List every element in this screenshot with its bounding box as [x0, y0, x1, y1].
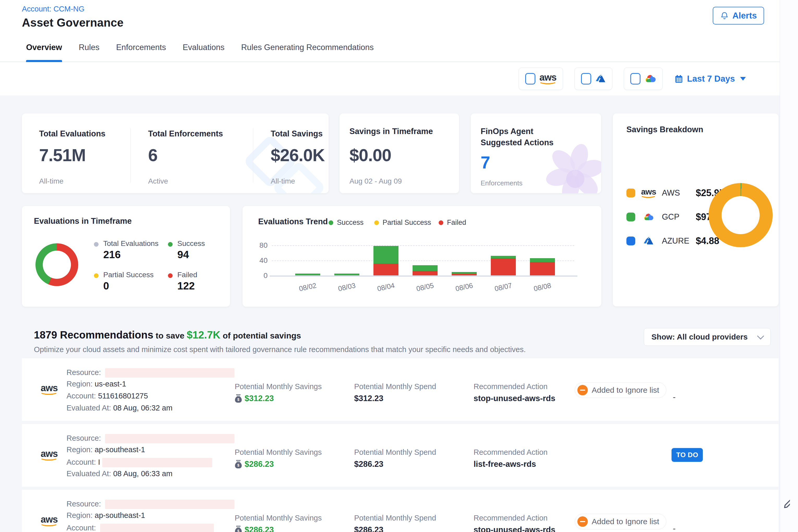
column-label: Potential Monthly Savings — [235, 448, 322, 457]
legend-value: 216 — [103, 249, 121, 261]
legend-color-chip — [626, 212, 635, 222]
legend-label: Success — [177, 240, 205, 248]
stat-sublabel: Active — [148, 177, 168, 185]
x-axis-label: 08/07 — [484, 280, 522, 295]
failed-segment — [413, 271, 438, 276]
stat-title: Total Evaluations — [39, 129, 106, 138]
detail-label: Resource: — [66, 434, 103, 442]
success-segment — [374, 246, 398, 264]
tab-bar: OverviewRulesEnforcementsEvaluationsRule… — [0, 33, 798, 62]
svg-text:$: $ — [237, 397, 240, 402]
savings-amount: $312.23 — [245, 394, 274, 403]
legend-color-chip — [626, 189, 635, 197]
column-label: Potential Monthly Spend — [354, 448, 436, 457]
tab-rules-generating-recommendations[interactable]: Rules Generating Recommendations — [241, 33, 374, 61]
card-title: Savings in Timeframe — [349, 126, 454, 137]
tab-rules[interactable]: Rules — [79, 33, 99, 61]
checkbox-aws[interactable] — [525, 73, 535, 84]
x-axis-label: 08/04 — [367, 280, 404, 295]
azure-icon — [595, 74, 606, 83]
card-title: FinOps Agent Suggested Actions — [481, 126, 567, 148]
filter-label: Show: All cloud providers — [651, 332, 748, 341]
svg-text:$: $ — [237, 463, 240, 467]
tab-enforcements[interactable]: Enforcements — [116, 33, 166, 61]
legend-label: Failed — [177, 271, 197, 279]
detail-label: Region: — [66, 511, 95, 519]
failed-segment — [452, 274, 477, 276]
recommendation-row: awsResource: Region: ap-southeast-1Accou… — [22, 490, 778, 532]
added-to-ignore-badge[interactable]: Added to Ignore list — [575, 382, 666, 398]
x-axis-line — [270, 276, 577, 277]
svg-text:$: $ — [237, 529, 240, 532]
evaluations-timeframe-donut — [36, 243, 78, 286]
card-title: Evaluations Trend — [258, 217, 328, 226]
detail-label: Region: — [66, 380, 95, 388]
legend-value: 94 — [177, 249, 189, 261]
page-title: Asset Governance — [22, 16, 124, 29]
detail-label: Evaluated At: — [66, 404, 113, 412]
gridline — [272, 261, 574, 261]
aws-icon: aws — [641, 188, 656, 198]
checkbox-gcp[interactable] — [630, 73, 641, 84]
detail-value: ap-southeast-1 — [95, 511, 145, 519]
account-link[interactable]: Account: CCM-NG — [22, 5, 84, 13]
savings-value: $$286.23 — [235, 459, 274, 469]
badge-label: Added to Ignore list — [592, 517, 659, 526]
alerts-button[interactable]: Alerts — [713, 7, 764, 24]
provider-logo — [641, 213, 656, 221]
spend-value: $286.23 — [354, 525, 383, 532]
detail-label: Resource: — [66, 500, 103, 508]
stat-title: Total Enforcements — [148, 129, 223, 138]
column-label: Recommended Action — [474, 514, 548, 522]
stat-value: 7 — [481, 153, 490, 172]
chevron-down-icon — [757, 332, 764, 340]
provider-filter-azure[interactable] — [574, 68, 612, 90]
todo-badge[interactable]: TO DO — [671, 448, 703, 462]
detail-value: 511616801275 — [98, 392, 148, 400]
savings-value: $$286.23 — [235, 525, 274, 532]
breakdown-legend-item-azure: AZURE$4.88 — [626, 235, 719, 247]
success-segment — [413, 265, 438, 271]
provider-filter-aws[interactable]: aws — [519, 68, 563, 90]
tab-overview[interactable]: Overview — [26, 33, 62, 61]
success-segment — [491, 256, 516, 259]
x-axis-label: 08/03 — [328, 280, 365, 295]
column-label: Recommended Action — [474, 448, 548, 457]
column-label: Potential Monthly Savings — [235, 514, 322, 522]
stat-value: 7.51M — [39, 145, 86, 165]
money-bag-icon: $ — [235, 394, 242, 403]
date-range-selector[interactable]: Last 7 Days — [674, 74, 746, 84]
card-title: Evaluations in Timeframe — [34, 216, 132, 226]
stat-value: $26.0K — [271, 145, 325, 165]
azure-icon — [643, 236, 654, 245]
trend-legend-failed: Failed — [439, 218, 466, 227]
trend-bar-08-03 — [334, 273, 359, 276]
cloud-provider-filter-dropdown[interactable]: Show: All cloud providers — [644, 328, 771, 346]
x-axis-label: 08/08 — [524, 280, 561, 295]
checkbox-azure[interactable] — [581, 73, 591, 84]
gcp-icon — [645, 75, 656, 83]
provider-filter-gcp[interactable] — [624, 68, 663, 90]
spend-value: $312.23 — [354, 394, 383, 403]
bell-icon — [720, 11, 729, 20]
tab-evaluations[interactable]: Evaluations — [183, 33, 224, 61]
aws-provider-icon: aws — [41, 515, 58, 527]
gridline — [272, 245, 574, 246]
detail-label: Evaluated At: — [66, 470, 113, 478]
detail-line: Account: — [66, 524, 214, 532]
legend-dot — [94, 273, 99, 278]
added-to-ignore-badge[interactable]: Added to Ignore list — [575, 514, 666, 529]
edit-icon[interactable] — [783, 498, 790, 509]
stat-sublabel: All-time — [39, 177, 63, 185]
status-dash: - — [673, 524, 676, 532]
detail-line: Resource: — [66, 434, 234, 443]
failed-segment — [491, 259, 516, 276]
top-header: Account: CCM-NG Asset Governance Alerts — [0, 0, 798, 33]
trend-bar-08-05 — [413, 265, 438, 276]
success-segment — [452, 272, 477, 274]
legend-color-chip — [626, 236, 635, 245]
breakdown-legend-item-aws: awsAWS$25.9K — [626, 187, 726, 199]
toolbar-right: aws Last 7 Days — [519, 62, 746, 95]
gcp-icon — [643, 213, 654, 221]
y-axis-tick: 40 — [247, 256, 268, 265]
